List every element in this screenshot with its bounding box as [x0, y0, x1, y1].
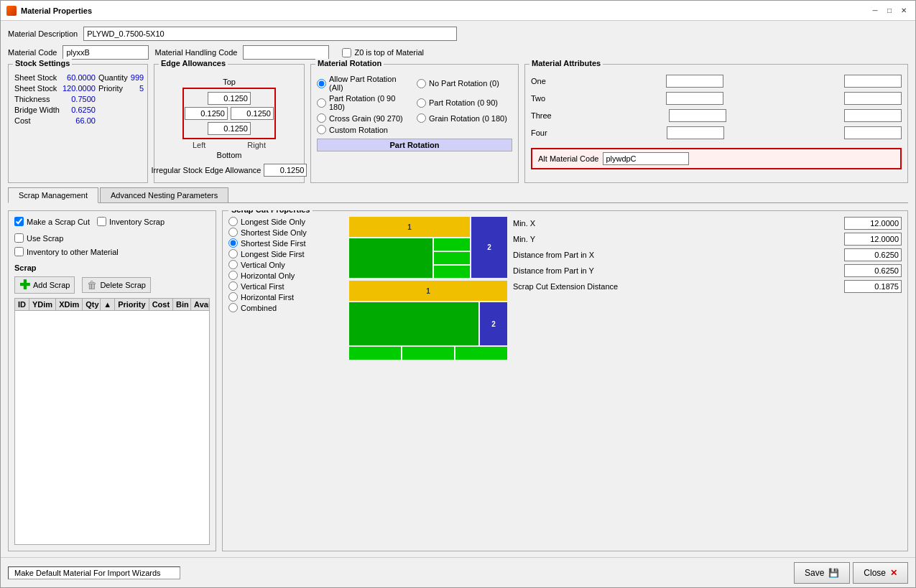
- sc-option-3: Shortest Side First: [228, 238, 343, 248]
- make-scrap-cut-checkbox[interactable]: [14, 217, 24, 226]
- sc-radio-6[interactable]: [228, 271, 238, 280]
- sc-radio-7[interactable]: [228, 281, 238, 291]
- bottom-edge-input[interactable]: [208, 122, 251, 135]
- green-block-7: [402, 347, 454, 360]
- material-code-input[interactable]: [63, 45, 149, 60]
- sheet-stock-1-label: Sheet Stock: [14, 73, 60, 82]
- attr-two-row: Two: [531, 92, 902, 105]
- sc-radio-3[interactable]: [228, 238, 238, 248]
- rot-radio-2[interactable]: [417, 79, 426, 88]
- attr-three-input[interactable]: [669, 109, 726, 122]
- col-ydim: YDim: [29, 299, 56, 310]
- irreg-input[interactable]: [264, 164, 307, 177]
- green-block-5: [349, 302, 478, 345]
- rot-radio-4[interactable]: [417, 98, 426, 108]
- bridge-width-value: 0.6250: [63, 106, 96, 114]
- inventory-other-checkbox[interactable]: [14, 247, 24, 256]
- main-sections: Stock Settings Sheet Stock 60.0000 Quant…: [8, 64, 908, 183]
- min-y-label: Min. Y: [513, 235, 535, 243]
- close-button-bar[interactable]: Close ✕: [853, 562, 908, 584]
- sc-radio-9[interactable]: [228, 303, 238, 312]
- attr-three-extra[interactable]: [844, 109, 902, 122]
- attr-four-input[interactable]: [667, 126, 724, 139]
- right-edge-input[interactable]: [231, 107, 274, 120]
- attr-two-extra[interactable]: [844, 92, 902, 105]
- tab-scrap-management[interactable]: Scrap Management: [8, 187, 98, 203]
- sc-radio-2[interactable]: [228, 228, 238, 237]
- cost-value: 66.00: [63, 116, 96, 125]
- edge-box: [182, 88, 276, 139]
- yellow-label: 1: [407, 223, 412, 231]
- sc-option-8: Horizontal First: [228, 292, 343, 302]
- add-scrap-label: Add Scrap: [33, 281, 70, 289]
- tab-advanced-nesting[interactable]: Advanced Nesting Parameters: [100, 187, 228, 202]
- attr-one-input[interactable]: [666, 75, 723, 88]
- scrap-section-label: Scrap: [14, 263, 210, 272]
- attr-rows: One Two Three: [531, 75, 902, 169]
- material-description-input[interactable]: [83, 27, 457, 41]
- close-button[interactable]: ✕: [898, 5, 910, 17]
- left-label: Left: [193, 141, 205, 149]
- min-y-input[interactable]: [844, 233, 902, 246]
- priority-value: 5: [131, 84, 144, 93]
- thickness-value: 0.7500: [63, 95, 96, 103]
- scrap-cut-values: Min. X Min. Y Distance from Part in X Di…: [513, 217, 902, 545]
- save-button[interactable]: Save 💾: [794, 562, 850, 584]
- dist-x-row: Distance from Part in X: [513, 248, 902, 261]
- scrap-cut-properties-panel: Scrap Cut Properties Longest Side Only S…: [222, 210, 908, 551]
- min-x-input[interactable]: [844, 217, 902, 230]
- ext-dist-label: Scrap Cut Extension Distance: [513, 282, 618, 291]
- edge-allowances-section: Edge Allowances Top Left Right: [154, 64, 305, 183]
- scrap-table-header: ID YDim XDim Qty ▲ Priority Cost Bin Ava…: [15, 299, 209, 311]
- left-edge-input[interactable]: [185, 107, 228, 120]
- rot-label-3: Part Rotation (0 90 180): [329, 94, 412, 111]
- z0-check-row: Z0 is top of Material: [342, 48, 424, 57]
- dist-y-row: Distance from Part in Y: [513, 264, 902, 277]
- use-scrap-checkbox[interactable]: [14, 233, 24, 243]
- sc-radio-8[interactable]: [228, 292, 238, 302]
- col-priority: Priority: [115, 299, 149, 310]
- inventory-scrap-checkbox[interactable]: [97, 217, 106, 226]
- rot-radio-3[interactable]: [317, 98, 326, 108]
- rot-radio-6[interactable]: [417, 113, 426, 123]
- main-window: Material Properties ─ □ ✕ Material Descr…: [0, 0, 916, 588]
- sc-radio-4[interactable]: [228, 249, 238, 258]
- material-handling-label: Material Handling Code: [154, 48, 237, 57]
- inventory-scrap-label: Inventory Scrap: [109, 218, 165, 226]
- material-description-label: Material Description: [8, 29, 78, 38]
- rot-label-7: Custom Rotation: [329, 126, 388, 134]
- sc-radio-1[interactable]: [228, 217, 238, 226]
- scrap-table: ID YDim XDim Qty ▲ Priority Cost Bin Ava…: [14, 298, 210, 545]
- alt-material-code-input[interactable]: [603, 152, 689, 165]
- rot-label-2: No Part Rotation (0): [429, 79, 499, 88]
- rot-radio-1[interactable]: [317, 79, 326, 88]
- scrap-controls: ✚ Add Scrap 🗑 Delete Scrap: [14, 276, 210, 294]
- maximize-button[interactable]: □: [884, 5, 895, 17]
- edge-mid: [185, 107, 274, 120]
- rot-option-5: Cross Grain (90 270): [317, 113, 412, 123]
- green-block-4: [434, 266, 470, 278]
- attr-four-extra[interactable]: [844, 126, 902, 139]
- delete-scrap-button[interactable]: 🗑 Delete Scrap: [82, 277, 151, 293]
- rotation-options: Allow Part Rotation (All) No Part Rotati…: [317, 75, 512, 151]
- rot-radio-7[interactable]: [317, 125, 326, 134]
- col-availability: Availability: [191, 299, 210, 310]
- ext-dist-input[interactable]: [844, 280, 902, 293]
- rot-radio-5[interactable]: [317, 113, 326, 123]
- dist-x-input[interactable]: [844, 248, 902, 261]
- attr-one-extra[interactable]: [844, 75, 902, 88]
- sc-label-1: Longest Side Only: [241, 218, 305, 226]
- dist-y-input[interactable]: [844, 264, 902, 277]
- material-attributes-section: Material Attributes One Two: [524, 64, 908, 183]
- green-block-3: [434, 252, 470, 264]
- minimize-button[interactable]: ─: [869, 5, 881, 17]
- attr-two-input[interactable]: [666, 92, 723, 105]
- min-y-row: Min. Y: [513, 233, 902, 246]
- top-edge-input[interactable]: [208, 92, 251, 105]
- make-scrap-cut-label: Make a Scrap Cut: [27, 218, 90, 226]
- close-icon: ✕: [890, 568, 897, 578]
- z0-checkbox[interactable]: [342, 48, 351, 57]
- material-handling-input[interactable]: [243, 45, 329, 60]
- sc-radio-5[interactable]: [228, 260, 238, 269]
- add-scrap-button[interactable]: ✚ Add Scrap: [14, 276, 75, 294]
